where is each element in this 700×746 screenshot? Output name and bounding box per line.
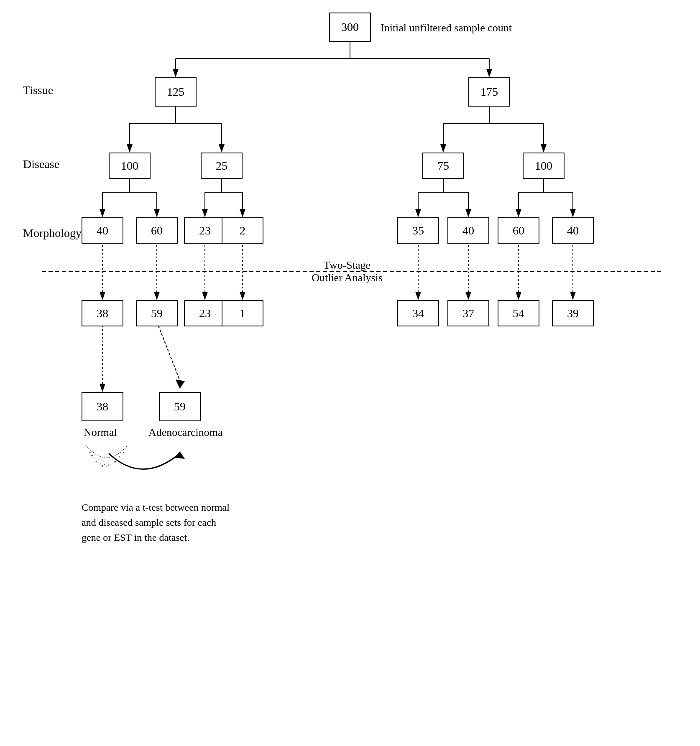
two-stage-label: Two-Stage Outlier Analysis [284, 259, 410, 284]
svg-marker-58 [570, 292, 576, 300]
svg-marker-23 [154, 209, 160, 217]
morph-node-2: 60 [136, 217, 178, 244]
svg-point-71 [100, 463, 101, 464]
outlier-node-6: 37 [447, 300, 489, 326]
svg-marker-39 [516, 209, 521, 217]
caption-text: Compare via a t-test between normal and … [82, 485, 230, 545]
svg-marker-11 [219, 144, 225, 153]
svg-marker-60 [100, 384, 105, 392]
svg-marker-3 [173, 69, 179, 77]
svg-marker-41 [570, 209, 576, 217]
disease-node-4: 100 [523, 153, 565, 179]
outlier-node-1: 38 [82, 300, 123, 326]
svg-point-65 [96, 461, 97, 463]
svg-marker-56 [516, 292, 521, 300]
svg-point-66 [102, 465, 103, 467]
svg-point-79 [117, 459, 118, 460]
svg-marker-44 [100, 292, 105, 300]
svg-point-70 [94, 458, 95, 459]
disease-label: Disease [23, 158, 59, 171]
svg-marker-27 [202, 209, 208, 217]
svg-marker-9 [127, 144, 133, 153]
svg-marker-33 [415, 209, 421, 217]
svg-point-78 [110, 464, 111, 465]
tissue-label: Tissue [23, 84, 53, 97]
morph-node-3: 23 [184, 217, 226, 244]
normal-label: Normal [84, 426, 117, 439]
svg-point-64 [91, 455, 93, 456]
outlier-node-8: 39 [552, 300, 594, 326]
svg-point-76 [98, 459, 99, 460]
svg-marker-17 [541, 144, 547, 153]
disease-node-1: 100 [109, 153, 151, 179]
disease-node-3: 75 [422, 153, 464, 179]
outlier-node-4: 1 [222, 300, 263, 326]
outlier-node-5: 34 [397, 300, 439, 326]
svg-marker-46 [154, 292, 160, 300]
outlier-node-3: 23 [184, 300, 226, 326]
svg-marker-21 [100, 209, 105, 217]
disease-node-2: 25 [201, 153, 243, 179]
final-adenocarcinoma-node: 59 [159, 392, 201, 421]
adenocarcinoma-label: Adenocarcinoma [148, 426, 223, 439]
svg-marker-63 [175, 451, 185, 459]
morph-node-1: 40 [82, 217, 123, 244]
svg-point-67 [108, 465, 110, 466]
svg-marker-5 [486, 69, 492, 77]
outlier-node-7: 54 [498, 300, 539, 326]
root-value: 300 [341, 20, 359, 34]
svg-point-74 [89, 452, 91, 453]
svg-point-69 [119, 456, 120, 458]
morphology-label: Morphology [23, 227, 82, 240]
svg-marker-54 [465, 292, 471, 300]
svg-point-75 [123, 452, 124, 453]
svg-marker-15 [440, 144, 446, 153]
svg-marker-52 [415, 292, 421, 300]
svg-line-61 [157, 322, 180, 380]
diagram-container: 300 Initial unfiltered sample count Tiss… [0, 0, 700, 746]
morph-node-6: 40 [447, 217, 489, 244]
svg-marker-35 [465, 209, 471, 217]
outlier-node-2: 59 [136, 300, 178, 326]
svg-marker-62 [176, 379, 185, 389]
final-normal-node: 38 [82, 392, 123, 421]
stipple-arc [82, 441, 132, 474]
svg-marker-29 [240, 209, 245, 217]
svg-point-68 [114, 461, 116, 463]
morph-node-7: 60 [498, 217, 539, 244]
svg-point-77 [104, 464, 105, 465]
svg-marker-48 [202, 292, 208, 300]
initial-count-label: Initial unfiltered sample count [381, 22, 512, 34]
tissue-left-node: 125 [155, 77, 197, 107]
morph-node-8: 40 [552, 217, 594, 244]
tissue-right-node: 175 [468, 77, 510, 107]
morph-node-5: 35 [397, 217, 439, 244]
morph-node-4: 2 [222, 217, 263, 244]
svg-point-73 [112, 463, 113, 464]
svg-point-72 [106, 466, 107, 467]
svg-marker-50 [240, 292, 245, 300]
root-node: 300 [329, 13, 371, 42]
connecting-lines [0, 0, 700, 746]
